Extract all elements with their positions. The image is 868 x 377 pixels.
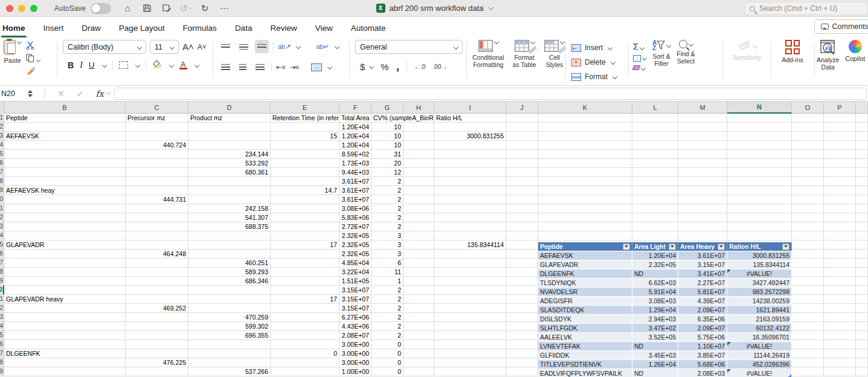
cell-G5[interactable]: 31 (371, 150, 403, 159)
cell-I5[interactable] (434, 150, 506, 159)
cell-N1[interactable] (727, 114, 792, 123)
table-cell-peptide[interactable]: LVNEVTEFAK (538, 342, 632, 351)
cell-L10[interactable] (632, 195, 678, 204)
cell-B17[interactable] (4, 259, 126, 268)
cell-F21[interactable]: 3.15E+07 (339, 295, 371, 304)
cell-D14[interactable] (188, 231, 271, 240)
cell-D28[interactable] (188, 358, 271, 367)
table-cell-ratio[interactable]: 14238.00259 (727, 297, 792, 306)
cell-C11[interactable] (126, 204, 188, 213)
cell-G14[interactable]: 3 (371, 231, 403, 240)
cell-I12[interactable] (434, 213, 506, 222)
cell-x12[interactable] (856, 213, 868, 222)
cell-O11[interactable] (792, 204, 824, 213)
tab-draw[interactable]: Draw (80, 20, 102, 37)
row-header-29[interactable]: 29 (0, 367, 4, 376)
table-cell-ratio[interactable]: 3427.492447 (727, 279, 792, 288)
cell-J27[interactable] (506, 349, 538, 358)
cell-M11[interactable] (678, 204, 727, 213)
cell-K14[interactable] (538, 231, 632, 240)
font-color-button[interactable]: A (179, 60, 187, 69)
cell-x25[interactable] (856, 331, 868, 340)
cell-I29[interactable] (434, 367, 506, 376)
cell-I22[interactable] (434, 304, 506, 313)
table-cell-peptide[interactable]: GLAPEVADR (538, 260, 632, 269)
cell-G11[interactable]: 2 (371, 204, 403, 213)
cell-G1[interactable]: CV% (sampleA_BioRep( (371, 114, 434, 123)
column-header-C[interactable]: C (126, 102, 188, 114)
cell-E10[interactable] (271, 195, 339, 204)
cell-H20[interactable] (403, 286, 434, 295)
cell-O23[interactable] (792, 313, 824, 322)
row-header-22[interactable]: 22 (0, 304, 4, 313)
cell-F19[interactable]: 1.51E+05 (339, 277, 371, 286)
table-cell-area-heavy[interactable]: 2.27E+07 (678, 279, 727, 288)
table-cell-area-heavy[interactable]: 5.68E+06 (678, 360, 727, 369)
table-cell-peptide[interactable]: AALEELVK (538, 333, 632, 342)
cell-E1[interactable]: Retention Time (in refere (271, 114, 339, 123)
cell-G8[interactable]: 2 (371, 177, 403, 186)
cell-K10[interactable] (538, 195, 632, 204)
borders-icon[interactable] (119, 61, 128, 69)
cell-J29[interactable] (506, 367, 538, 376)
currency-button[interactable]: $ (360, 62, 365, 72)
cell-F18[interactable]: 3.22E+04 (339, 268, 371, 277)
cell-E18[interactable] (271, 268, 339, 277)
cell-D29[interactable]: 537.266 (188, 367, 271, 376)
cell-C16[interactable]: 464.248 (126, 250, 188, 259)
cell-P14[interactable] (824, 231, 856, 240)
cell-x28[interactable] (856, 358, 868, 367)
cell-x14[interactable] (856, 231, 868, 240)
cell-F20[interactable]: 3.15E+07 (339, 286, 371, 295)
cell-J11[interactable] (506, 204, 538, 213)
table-cell-area-heavy[interactable]: 4.39E+07 (678, 297, 727, 306)
row-header-8[interactable]: 8 (0, 177, 4, 186)
cell-G22[interactable]: 2 (371, 304, 403, 313)
cell-O24[interactable] (792, 322, 824, 331)
cell-G19[interactable]: 1 (371, 277, 403, 286)
cell-C6[interactable] (126, 159, 188, 168)
more-commands-icon[interactable]: ⋯ (219, 3, 230, 14)
column-header-H[interactable]: H (403, 102, 434, 114)
cell-L9[interactable] (632, 186, 678, 195)
cell-B27[interactable]: DLGEENFK (4, 349, 126, 358)
table-cell-peptide[interactable]: EADLVIFQFPLYWFSVPAILK (538, 369, 632, 377)
cell-J26[interactable] (506, 340, 538, 349)
number-format-select[interactable]: General (355, 40, 463, 54)
column-header-F[interactable]: F (339, 102, 371, 114)
cell-P19[interactable] (824, 277, 856, 286)
cell-O18[interactable] (792, 268, 824, 277)
column-header-E[interactable]: E (271, 102, 339, 114)
cell-K3[interactable] (538, 132, 632, 141)
analyze-data-button[interactable]: AnalyzeData (817, 40, 839, 83)
cell-H2[interactable] (403, 123, 434, 132)
cell-J8[interactable] (506, 177, 538, 186)
cell-E27[interactable]: 0 (271, 349, 339, 358)
table-cell-area-light[interactable]: 6.62E+03 (632, 279, 678, 288)
cell-L6[interactable] (632, 159, 678, 168)
table-resize-handle[interactable] (788, 375, 791, 377)
table-cell-peptide[interactable]: DISLSDYK (538, 315, 632, 324)
table-cell-area-light[interactable]: ND (632, 369, 678, 377)
cell-G6[interactable]: 20 (371, 159, 403, 168)
table-cell-area-heavy[interactable]: 2.09E+07 (678, 306, 727, 315)
cell-B5[interactable] (4, 150, 126, 159)
fill-color-button[interactable] (152, 60, 162, 70)
cell-I11[interactable] (434, 204, 506, 213)
cell-G18[interactable]: 11 (371, 268, 403, 277)
cell-E3[interactable]: 15 (271, 132, 339, 141)
cell-L3[interactable] (632, 132, 678, 141)
cell-D27[interactable] (188, 349, 271, 358)
table-cell-area-heavy[interactable]: 3.41E+07 (678, 269, 727, 279)
cell-P4[interactable] (824, 141, 856, 150)
cell-C8[interactable] (126, 177, 188, 186)
cell-I1[interactable]: Ratio H/L (434, 114, 506, 123)
row-header-28[interactable]: 28 (0, 358, 4, 367)
cell-E5[interactable] (271, 150, 339, 159)
cell-B1[interactable]: Peptide (4, 114, 126, 123)
cell-C22[interactable]: 469.252 (126, 304, 188, 313)
row-header-18[interactable]: 18 (0, 268, 4, 277)
cell-B9[interactable]: AEFAEVSK heay (4, 186, 126, 195)
home-icon[interactable]: ⌂ (122, 3, 133, 14)
cell-O21[interactable] (792, 295, 824, 304)
